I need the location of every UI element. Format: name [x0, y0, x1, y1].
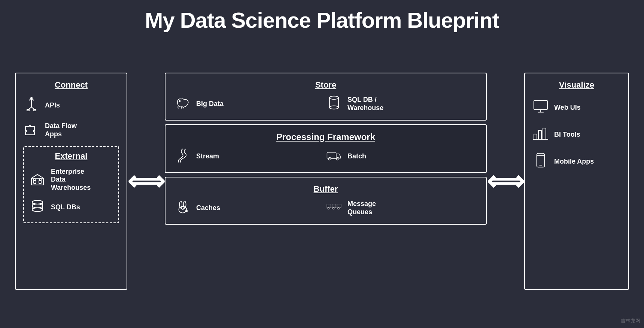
connect-title: Connect	[23, 80, 119, 90]
svg-point-24	[328, 157, 331, 160]
main-layout: Connect APIs	[15, 42, 629, 321]
visualize-title: Visualize	[532, 80, 621, 90]
svg-point-18	[179, 100, 180, 101]
svg-rect-9	[34, 180, 36, 183]
svg-rect-43	[534, 134, 537, 139]
database-icon	[29, 198, 46, 216]
list-item: Web UIs	[532, 97, 621, 118]
list-item: BI Tools	[532, 124, 621, 145]
mobile-icon	[532, 153, 549, 171]
right-double-arrow-icon: ⟺	[487, 168, 524, 194]
data-flow-apps-label: Data FlowApps	[45, 122, 77, 138]
page-title: My Data Science Platform Blueprint	[145, 7, 499, 33]
left-arrow-container: ⟺	[127, 168, 165, 194]
right-arrow-container: ⟺	[487, 168, 524, 194]
svg-rect-35	[337, 204, 341, 208]
svg-rect-40	[534, 100, 548, 109]
svg-rect-33	[327, 204, 331, 208]
enterprise-dw-label: EnterpriseDataWarehouses	[51, 168, 91, 192]
batch-item: Batch	[326, 148, 477, 165]
web-uis-label: Web UIs	[554, 104, 581, 112]
message-queues-label: MessageQueues	[347, 200, 376, 216]
external-box: External EnterpriseDataWarehouses	[23, 146, 119, 224]
list-item: Data FlowApps	[23, 120, 119, 141]
svg-rect-34	[332, 204, 336, 208]
caches-label: Caches	[196, 204, 220, 212]
stream-label: Stream	[196, 152, 219, 161]
bi-tools-label: BI Tools	[554, 131, 580, 139]
right-panel: Visualize Web UIs	[524, 73, 629, 290]
svg-rect-11	[34, 179, 35, 180]
svg-rect-8	[31, 178, 43, 185]
cylinder-icon	[326, 95, 342, 113]
svg-point-19	[329, 96, 338, 99]
processing-title: Processing Framework	[174, 132, 477, 142]
processing-box: Processing Framework Stream	[165, 124, 487, 173]
store-box: Store Big Data	[165, 73, 487, 121]
left-double-arrow-icon: ⟺	[127, 168, 165, 194]
svg-point-17	[32, 204, 43, 208]
caches-item: Caches	[174, 199, 326, 217]
usb-icon	[23, 97, 40, 115]
sql-db-item: SQL DB /Warehouse	[326, 95, 477, 113]
sql-db-warehouse-label: SQL DB /Warehouse	[347, 96, 383, 112]
warehouse-icon	[29, 171, 46, 189]
store-items: Big Data SQL DB /Warehouse	[174, 95, 477, 113]
svg-point-30	[181, 208, 182, 209]
buffer-title: Buffer	[174, 184, 477, 194]
svg-point-31	[183, 208, 185, 209]
stream-icon	[174, 148, 191, 165]
svg-rect-45	[543, 128, 546, 139]
processing-items: Stream Batch	[174, 148, 477, 165]
list-item: Mobile Apps	[532, 151, 621, 172]
svg-rect-23	[327, 152, 336, 158]
list-item: SQL DBs	[29, 197, 113, 218]
svg-point-16	[32, 208, 43, 212]
rabbit-icon	[174, 199, 191, 217]
svg-point-13	[32, 200, 43, 204]
watermark: 吉林龙网	[621, 318, 640, 324]
svg-rect-44	[538, 130, 541, 139]
batch-label: Batch	[347, 152, 366, 161]
big-data-label: Big Data	[196, 100, 224, 108]
left-panel: Connect APIs	[15, 73, 127, 290]
center-panel: Store Big Data	[165, 73, 487, 290]
truck-icon	[326, 148, 342, 165]
list-item: APIs	[23, 95, 119, 116]
store-title: Store	[174, 80, 477, 90]
mobile-apps-label: Mobile Apps	[554, 158, 594, 166]
svg-point-7	[31, 97, 32, 99]
train-icon	[326, 199, 342, 217]
svg-rect-10	[39, 180, 41, 183]
bar-chart-icon	[532, 126, 549, 144]
buffer-box: Buffer	[165, 177, 487, 225]
svg-point-25	[336, 157, 339, 160]
sql-dbs-label: SQL DBs	[51, 203, 80, 212]
puzzle-icon	[23, 121, 40, 139]
buffer-items: Caches	[174, 199, 477, 217]
big-data-item: Big Data	[174, 95, 326, 113]
stream-item: Stream	[174, 148, 326, 165]
monitor-icon	[532, 99, 549, 117]
svg-point-22	[329, 106, 338, 109]
list-item: EnterpriseDataWarehouses	[29, 166, 113, 194]
elephant-icon	[174, 95, 191, 113]
external-title: External	[29, 151, 113, 161]
message-queues-item: MessageQueues	[326, 199, 477, 217]
apis-label: APIs	[45, 101, 60, 110]
svg-rect-12	[40, 179, 41, 180]
